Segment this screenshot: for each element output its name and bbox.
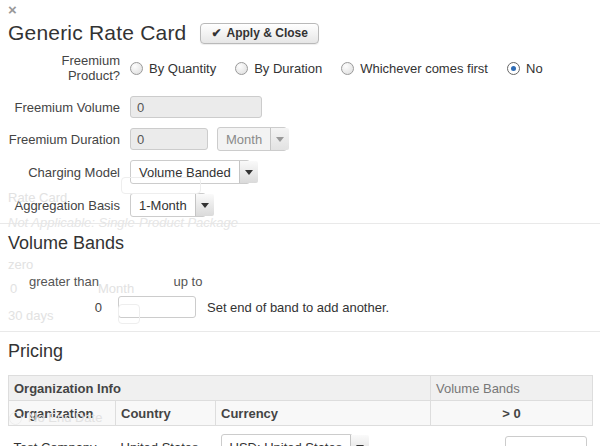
org-info-group-header: Organization Info [9, 376, 431, 401]
band-up-to-input[interactable] [118, 296, 196, 318]
currency-column-header: Currency [216, 401, 431, 426]
freemium-duration-unit-select: Month [217, 127, 287, 151]
radio-icon[interactable] [341, 62, 354, 75]
radio-by-duration[interactable]: By Duration [235, 61, 322, 76]
band-price-input[interactable] [505, 436, 587, 446]
freemium-product-label: Freemium Product? [8, 53, 120, 83]
volume-band-row: 0 Set end of band to add another. [0, 296, 600, 318]
freemium-volume-row: Freemium Volume [8, 96, 592, 118]
volume-bands-column-headers: greater than up to [0, 274, 600, 289]
rate-card-form: Freemium Product? By Quantity By Duratio… [0, 51, 600, 217]
apply-close-button-top[interactable]: ✔ Apply & Close [200, 23, 318, 44]
organization-cell: Test Company [9, 426, 116, 446]
volume-bands-group-header: Volume Bands [431, 376, 593, 401]
charging-model-row: Charging Model Volume Banded [8, 160, 592, 184]
radio-no-label: No [526, 61, 543, 76]
radio-whichever-first-label: Whichever comes first [360, 61, 488, 76]
charging-model-value: Volume Banded [131, 161, 239, 183]
band-greater-than-value: 0 [8, 300, 102, 315]
band-column-header: > 0 [431, 401, 593, 426]
currency-value: USD: United States [222, 435, 351, 446]
freemium-volume-input [130, 96, 262, 118]
pricing-table: Organization Info Volume Bands Organizat… [8, 375, 593, 446]
freemium-duration-unit-value: Month [218, 128, 270, 150]
dropdown-arrow-icon [350, 435, 369, 446]
currency-cell: USD: United States [216, 426, 431, 446]
country-column-header: Country [116, 401, 216, 426]
dropdown-arrow-icon [270, 128, 289, 150]
radio-by-duration-label: By Duration [254, 61, 322, 76]
group-header-row: Organization Info Volume Bands [9, 376, 593, 401]
organization-column-header: Organization [9, 401, 116, 426]
dialog-header: Generic Rate Card ✔ Apply & Close [0, 0, 600, 51]
page-title: Generic Rate Card [8, 21, 186, 45]
radio-icon[interactable] [235, 62, 248, 75]
freemium-duration-row: Freemium Duration Month [8, 127, 592, 151]
aggregation-basis-value: 1-Month [131, 194, 195, 216]
pricing-heading: Pricing [0, 332, 600, 362]
aggregation-basis-label: Aggregation Basis [8, 198, 120, 213]
ghost-zero-text: zero [8, 257, 33, 272]
up-to-header: up to [138, 274, 238, 289]
band-price-cell [431, 426, 593, 446]
charging-model-label: Charging Model [8, 165, 120, 180]
apply-close-label: Apply & Close [227, 26, 308, 40]
freemium-product-row: Freemium Product? By Quantity By Duratio… [8, 53, 592, 83]
dropdown-arrow-icon [195, 194, 214, 216]
radio-icon[interactable] [130, 62, 143, 75]
country-cell: United States [116, 426, 216, 446]
radio-by-quantity[interactable]: By Quantity [130, 61, 216, 76]
close-icon[interactable]: × [8, 1, 17, 18]
column-header-row: Organization Country Currency > 0 [9, 401, 593, 426]
currency-select[interactable]: USD: United States [221, 434, 353, 446]
radio-whichever-first[interactable]: Whichever comes first [341, 61, 488, 76]
radio-icon[interactable] [507, 62, 520, 75]
aggregation-basis-select[interactable]: 1-Month [130, 193, 206, 217]
radio-no[interactable]: No [507, 61, 543, 76]
volume-bands-heading: Volume Bands [0, 224, 600, 254]
radio-by-quantity-label: By Quantity [149, 61, 216, 76]
charging-model-select[interactable]: Volume Banded [130, 160, 250, 184]
check-icon: ✔ [211, 26, 221, 40]
dropdown-arrow-icon [239, 161, 258, 183]
freemium-duration-label: Freemium Duration [8, 132, 120, 147]
aggregation-basis-row: Aggregation Basis 1-Month [8, 193, 592, 217]
freemium-duration-input [130, 128, 208, 150]
freemium-volume-label: Freemium Volume [8, 100, 120, 115]
table-row: Test Company United States USD: United S… [9, 426, 593, 446]
greater-than-header: greater than [8, 274, 120, 289]
band-hint-text: Set end of band to add another. [207, 300, 389, 315]
rate-card-dialog: × Generic Rate Card ✔ Apply & Close Free… [0, 0, 600, 446]
